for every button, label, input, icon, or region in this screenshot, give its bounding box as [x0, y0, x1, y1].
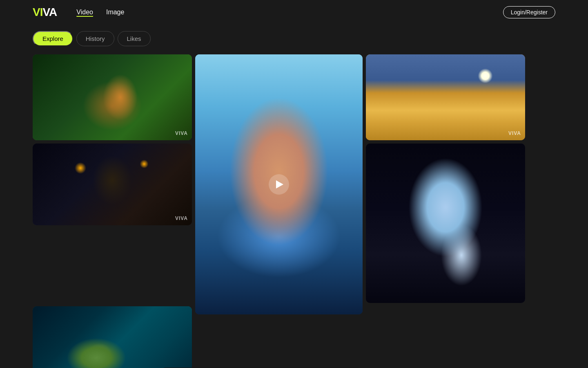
nav-image[interactable]: Image [106, 9, 124, 16]
viva-watermark-lion: VIVA [175, 130, 188, 136]
play-icon [276, 180, 283, 188]
logo: VIVA [33, 6, 57, 19]
viva-watermark-dog: VIVA [175, 215, 188, 221]
viva-watermark-desert: VIVA [508, 130, 521, 136]
gallery-item-dog[interactable]: VIVA [33, 144, 192, 225]
gallery-item-desert[interactable]: VIVA [366, 54, 525, 140]
tabs-bar: Explore History Likes [0, 25, 588, 54]
gallery-item-woman[interactable] [195, 54, 363, 314]
gallery-grid: VIVA VIVA VIVA Text To Video Image To Vi… [0, 54, 588, 368]
play-overlay[interactable] [269, 174, 289, 195]
nav: Video Image [76, 9, 124, 16]
gallery-item-turtle[interactable] [33, 306, 192, 368]
tab-history[interactable]: History [76, 31, 114, 46]
header: VIVA Video Image Login/Register [0, 0, 588, 25]
tab-explore[interactable]: Explore [33, 31, 73, 46]
gallery-item-lion[interactable]: VIVA [33, 54, 192, 140]
gallery-item-glass[interactable] [366, 144, 525, 303]
tab-likes[interactable]: Likes [118, 31, 151, 46]
nav-video[interactable]: Video [76, 9, 93, 16]
login-register-button[interactable]: Login/Register [503, 6, 555, 18]
